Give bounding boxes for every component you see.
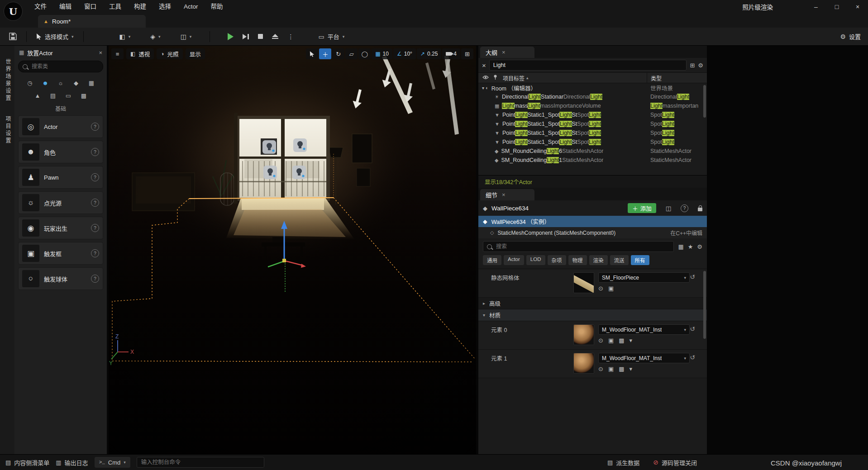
- menu-item-编辑[interactable]: 编辑: [53, 0, 78, 14]
- blueprints-dropdown[interactable]: ◈▾: [147, 31, 164, 42]
- menu-item-窗口[interactable]: 窗口: [78, 0, 103, 14]
- help-icon[interactable]: ?: [91, 173, 99, 181]
- browse-to-asset-icon[interactable]: ⊙: [598, 366, 603, 372]
- details-settings-gear-icon[interactable]: ⚙: [697, 243, 702, 250]
- pin-column-icon[interactable]: [493, 75, 497, 81]
- outliner-row-spot[interactable]: ▼PointLightStatic1_SpotLightStSpotLightS…: [478, 119, 707, 128]
- perspective-dropdown[interactable]: ◧透视: [126, 48, 154, 59]
- filter-chip-渲染[interactable]: 渲染: [589, 255, 608, 265]
- browse-to-asset-icon[interactable]: ⊙: [598, 285, 603, 292]
- static-mesh-asset-select[interactable]: SM_FloorPiece ▾: [598, 272, 690, 283]
- content-drawer-button[interactable]: ▤ 内容侧滑菜单: [5, 458, 49, 467]
- rotate-tool-button[interactable]: ↻: [332, 48, 344, 59]
- move-tool-button[interactable]: ＋: [319, 48, 331, 59]
- category-geometry-icon[interactable]: ▤: [48, 90, 58, 100]
- material-asset-select[interactable]: M_WoodFloor_MAT_Inst▾: [598, 324, 690, 335]
- frame-skip-button[interactable]: [239, 32, 253, 41]
- show-dropdown[interactable]: 显示: [186, 48, 205, 59]
- material-picker-icon[interactable]: ▩: [619, 366, 624, 372]
- photoreal-render-button[interactable]: 照片级渲染: [743, 2, 773, 11]
- convert-to-blueprint-icon[interactable]: ◫: [666, 205, 671, 212]
- menu-item-选择[interactable]: 选择: [153, 0, 177, 14]
- world-space-toggle[interactable]: ◯: [358, 48, 371, 59]
- tab-outliner[interactable]: 大纲 ×: [480, 47, 534, 58]
- use-selected-asset-icon[interactable]: ▣: [608, 285, 614, 292]
- reset-to-default-icon[interactable]: ↺: [690, 354, 695, 361]
- static-mesh-thumbnail[interactable]: [573, 272, 594, 293]
- save-button[interactable]: [5, 31, 20, 42]
- maximize-viewport-button[interactable]: ⊞: [461, 48, 473, 59]
- menu-item-帮助[interactable]: 帮助: [205, 0, 229, 14]
- help-icon[interactable]: ?: [91, 249, 99, 257]
- derived-data-button[interactable]: ▤ 派生数据: [607, 458, 639, 467]
- lock-icon[interactable]: [698, 205, 702, 211]
- edit-in-cpp-link[interactable]: 在C++中编辑: [670, 229, 702, 237]
- cinematics-dropdown[interactable]: ◫▾: [177, 31, 196, 42]
- add-component-button[interactable]: ＋添加: [628, 203, 656, 213]
- play-button[interactable]: [224, 31, 237, 42]
- item-label-column-header[interactable]: 项目标签: [503, 74, 525, 82]
- category-cinematic-icon[interactable]: ▦: [86, 78, 97, 88]
- favorites-star-icon[interactable]: ★: [688, 243, 693, 250]
- place-item-character[interactable]: ☻角色?: [18, 141, 103, 163]
- menu-item-构建[interactable]: 构建: [128, 0, 153, 14]
- minimize-button[interactable]: –: [806, 0, 826, 14]
- category-visual-effects-icon[interactable]: ▲: [32, 90, 43, 100]
- side-tab-世界场景设置[interactable]: 世界场景设置: [4, 59, 12, 102]
- close-icon[interactable]: ×: [99, 49, 102, 56]
- advanced-section-row[interactable]: ▸ 高级: [478, 298, 707, 309]
- help-icon[interactable]: ?: [91, 123, 99, 131]
- filter-chip-物理[interactable]: 物理: [568, 255, 587, 265]
- outliner-settings-gear-icon[interactable]: ⚙: [698, 62, 703, 69]
- launch-button[interactable]: [268, 32, 282, 41]
- filter-chip-所有[interactable]: 所有: [631, 255, 649, 265]
- filter-chip-Actor[interactable]: Actor: [504, 255, 524, 265]
- new-folder-icon[interactable]: ⊞: [690, 62, 695, 69]
- help-icon[interactable]: ?: [681, 204, 688, 212]
- output-log-button[interactable]: ▥ 输出日志: [56, 458, 88, 467]
- material-thumbnail[interactable]: [573, 324, 594, 345]
- outliner-row-dirlight[interactable]: ☀DirectionalLightStationarDirectionalLig…: [478, 92, 707, 101]
- details-search-box[interactable]: [483, 241, 674, 252]
- outliner-row-spot[interactable]: ▼PointLightStatic1_SpotLightStSpotLightS…: [478, 110, 707, 119]
- place-search-input[interactable]: [31, 63, 103, 70]
- level-viewport[interactable]: Z X Y ≡ ◧透视 ◑光照 显示 ＋ ↻ ▱ ◯ ▦10 ∠10° ↗0.2…: [109, 45, 476, 455]
- place-item-box-trigger[interactable]: ▣触发框?: [18, 242, 103, 265]
- type-column-header[interactable]: 类型: [647, 73, 662, 83]
- category-shapes-icon[interactable]: ◆: [71, 78, 81, 88]
- materials-section-row[interactable]: ▾ 材质: [478, 309, 707, 321]
- console-command-input[interactable]: [137, 457, 264, 468]
- filter-chip-杂项[interactable]: 杂项: [548, 255, 566, 265]
- help-icon[interactable]: ?: [91, 224, 99, 232]
- place-item-point-light[interactable]: ☼点光源?: [18, 191, 103, 214]
- camera-speed-control[interactable]: 4: [442, 48, 460, 59]
- menu-item-文件[interactable]: 文件: [28, 0, 53, 14]
- help-icon[interactable]: ?: [91, 148, 99, 156]
- view-mode-dropdown[interactable]: ◑光照: [157, 48, 182, 59]
- filter-chip-流送[interactable]: 流送: [610, 255, 629, 265]
- viewport-scene[interactable]: Z X Y: [109, 45, 476, 455]
- category-basic-icon[interactable]: ☻: [40, 78, 51, 88]
- place-item-pawn[interactable]: ♟Pawn?: [18, 166, 103, 189]
- category-grid-icon[interactable]: ▦: [678, 243, 683, 250]
- rotation-snap-control[interactable]: ∠10°: [393, 48, 416, 59]
- help-icon[interactable]: ?: [91, 275, 99, 283]
- tab-room-level[interactable]: ▲ Room*: [38, 15, 146, 28]
- place-search-box[interactable]: [18, 61, 103, 72]
- scale-tool-button[interactable]: ▱: [345, 48, 358, 59]
- unreal-logo-icon[interactable]: U: [4, 2, 23, 21]
- outliner-row-mesh[interactable]: ◆SM_RoundCeilingLight6StaticMeshActorSta…: [478, 147, 707, 156]
- close-icon[interactable]: ×: [502, 49, 506, 56]
- scale-snap-control[interactable]: ↗0.25: [417, 48, 441, 59]
- category-recently-placed-icon[interactable]: ◷: [24, 78, 35, 88]
- outliner-row-mesh[interactable]: ◆SM_RoundCeilingLight1StaticMeshActorSta…: [478, 156, 707, 165]
- details-scrollbar[interactable]: [703, 271, 706, 339]
- grid-snap-control[interactable]: ▦10: [372, 48, 392, 59]
- material-thumbnail[interactable]: [573, 353, 594, 374]
- stop-button[interactable]: [254, 32, 267, 41]
- menu-item-工具[interactable]: 工具: [103, 0, 128, 14]
- select-mode-dropdown[interactable]: 选择模式 ▾: [33, 30, 77, 43]
- reset-to-default-icon[interactable]: ↺: [690, 325, 695, 332]
- add-actor-dropdown[interactable]: ◧▾: [116, 31, 134, 42]
- close-icon[interactable]: ×: [502, 191, 506, 198]
